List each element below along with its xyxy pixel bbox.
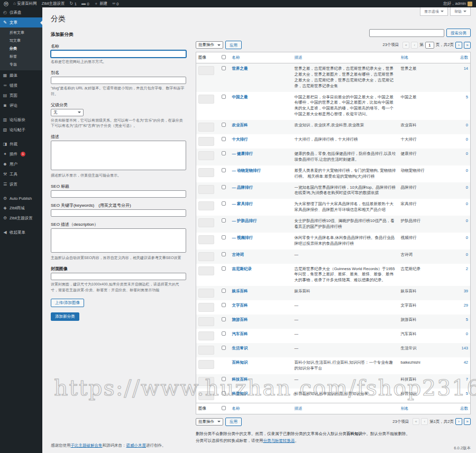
column-header-description[interactable]: 描述 [292,403,399,414]
category-name-link[interactable]: 世界之最 [232,66,248,71]
sidebar-item-links[interactable]: ∞链接 [0,80,42,90]
sidebar-item-pages[interactable]: ▤页面 [0,90,42,100]
category-name-link[interactable]: 旅游百科 [232,317,248,322]
category-name-link[interactable]: 吉尼斯纪录 [232,266,252,271]
add-category-button[interactable]: 添加新分类 [51,312,79,321]
bulk-actions-select[interactable]: 批量操作 [196,41,223,49]
sidebar-item-settings[interactable]: ☰设置 [0,179,42,189]
select-all-checkbox[interactable] [222,55,226,59]
category-count-link[interactable]: 29 [464,303,468,308]
theme-settings-link[interactable]: Zibll主题设置 [42,1,65,6]
prev-page-button[interactable]: ‹ [411,42,418,49]
column-header-count[interactable]: 总数 [452,52,471,63]
thumbnail-placeholder[interactable] [198,218,214,227]
category-count-link[interactable]: 0 [466,252,468,257]
category-count-link[interactable]: 0 [466,137,468,142]
category-name-link[interactable]: 文字百科 [232,303,248,308]
category-name-link[interactable]: — 健康排行 [232,151,253,156]
row-checkbox[interactable] [222,137,226,141]
sidebar-item-appearance[interactable]: ◨外观 [0,139,42,149]
sidebar-item-forum-posts[interactable]: ▧论坛帖子 [0,125,42,135]
category-count-link[interactable]: 0 [466,168,468,173]
seo-keywords-input[interactable] [51,209,186,217]
row-checkbox[interactable] [222,252,226,256]
row-checkbox[interactable] [222,168,226,172]
column-header-slug[interactable]: 别名 [399,403,452,414]
screen-options-tab[interactable]: 显示选项 [420,7,448,16]
last-page-button[interactable]: » [464,42,471,49]
slug-input[interactable] [51,77,186,84]
category-count-link[interactable]: 42 [464,360,468,365]
sidebar-item-zibll-shop[interactable]: ◈Zibll商城 [0,203,42,213]
category-count-link[interactable]: 39 [464,289,468,293]
first-page-button[interactable]: « [413,418,419,425]
source-site-link[interactable]: 霸威小木屋 [126,443,147,448]
category-name-link[interactable]: 十大排行 [232,137,248,142]
category-name-link[interactable]: — 品牌排行 [232,185,253,190]
category-name-link[interactable]: — 视频排行 [232,235,253,240]
sidebar-item-zibll-theme-settings[interactable]: ⚙Zibll主题设置 [0,213,42,223]
seo-title-input[interactable] [51,190,186,198]
category-name-link[interactable]: 农业百科 [232,123,248,127]
last-page-button[interactable]: » [464,418,471,425]
submenu-item-标签[interactable]: 标签 [0,52,42,60]
category-count-link[interactable]: 2 [466,266,468,271]
category-name-link[interactable]: 科普知识 [232,391,248,396]
category-count-link[interactable]: 5 [466,95,468,99]
row-checkbox[interactable] [222,185,226,189]
row-checkbox[interactable] [222,377,226,381]
category-count-link[interactable]: 0 [466,201,468,206]
thumbnail-placeholder[interactable] [198,168,214,177]
row-checkbox[interactable] [222,346,226,350]
site-link[interactable]: ⌂安康百科网 [13,1,37,6]
submenu-item-写文章[interactable]: 写文章 [0,36,42,44]
avatar[interactable] [468,2,472,6]
category-name-link[interactable]: 百科知识 [232,360,248,365]
next-page-button[interactable]: › [455,418,462,425]
thumbnail-placeholder[interactable] [198,317,214,326]
search-categories-button[interactable]: 搜索分类 [446,29,471,37]
column-header-description[interactable]: 描述 [292,52,399,63]
seo-description-textarea[interactable] [51,228,186,253]
column-header-name[interactable]: 名称 [230,403,292,414]
category-count-link[interactable]: 0 [466,185,468,190]
thumbnail-placeholder[interactable] [198,151,214,160]
category-name-link[interactable]: 娱乐百科 [232,289,248,293]
help-tab[interactable]: 帮助 [450,7,471,16]
submenu-item-分类[interactable]: 分类 [0,44,42,52]
thumbnail-placeholder[interactable] [198,252,214,261]
links-counter[interactable]: ∞0 [112,2,118,6]
thumbnail-placeholder[interactable] [198,185,214,194]
apply-button-bottom[interactable]: 应用 [225,418,242,426]
thumbnail-placeholder[interactable] [198,346,214,355]
comments-link[interactable]: ▬0 [81,2,89,6]
category-count-link[interactable]: 0 [466,331,468,336]
next-page-button[interactable]: › [455,42,462,49]
sidebar-item-tools[interactable]: ⚒工具 [0,169,42,179]
row-checkbox[interactable] [222,218,226,223]
category-name-link[interactable]: 生活常识 [232,346,248,350]
thumbnail-placeholder[interactable] [198,201,214,210]
row-checkbox[interactable] [222,151,226,155]
first-page-button[interactable]: « [402,42,409,49]
row-checkbox[interactable] [222,66,226,70]
column-header-count[interactable]: 总数 [452,403,471,414]
row-checkbox[interactable] [222,303,226,307]
category-name-link[interactable]: — 动物宠物排行 [232,168,261,173]
user-greeting[interactable]: 您好，admin [443,1,466,6]
thumbnail-placeholder[interactable] [198,303,214,312]
row-checkbox[interactable] [222,391,226,395]
thumbnail-placeholder[interactable] [198,66,214,75]
theme-pack-link[interactable]: 子比主题破解合集 [71,443,103,448]
sidebar-item-auto-publish[interactable]: ⚙Auto Publish [0,193,42,203]
sidebar-item-media[interactable]: ▦媒体 [0,70,42,80]
category-name-link[interactable]: — 家具排行 [232,201,253,206]
category-name-link[interactable]: 中国之最 [232,95,248,99]
column-header-name[interactable]: 名称 [230,52,292,63]
row-checkbox[interactable] [222,123,226,127]
sidebar-item-collapse-menu[interactable]: ◀收起菜单 [0,227,42,237]
thumbnail-placeholder[interactable] [198,95,214,104]
name-input[interactable] [51,50,186,58]
submenu-item-所有文章[interactable]: 所有文章 [0,29,42,36]
submenu-item-专题[interactable]: 专题 [0,60,42,68]
